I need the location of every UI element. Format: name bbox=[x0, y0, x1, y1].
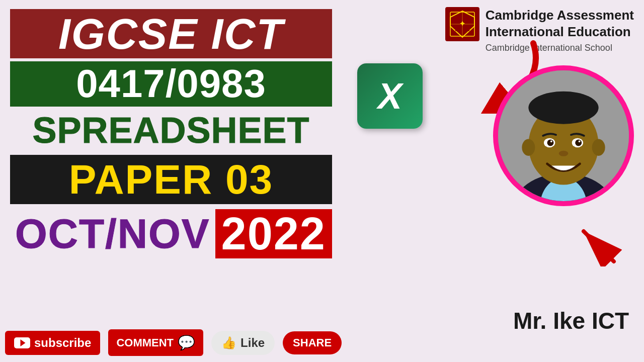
bottom-buttons: subscribe COMMENT 💬 👍 Like SHARE bbox=[5, 329, 342, 356]
comment-label: COMMENT bbox=[116, 336, 174, 349]
title-paper: PAPER 03 bbox=[10, 155, 332, 204]
svg-point-15 bbox=[592, 139, 605, 156]
excel-icon: X bbox=[357, 63, 423, 129]
title-igcse: IGCSE ICT bbox=[10, 9, 332, 58]
svg-point-18 bbox=[547, 139, 554, 146]
left-panel: IGCSE ICT 0417/0983 SPREADSHEET PAPER 03… bbox=[0, 0, 342, 362]
svg-point-22 bbox=[559, 151, 569, 156]
main-container: IGCSE ICT 0417/0983 SPREADSHEET PAPER 03… bbox=[0, 0, 644, 362]
right-panel: ✦ Cambridge Assessment International Edu… bbox=[332, 0, 644, 362]
title-spreadsheet: SPREADSHEET bbox=[10, 110, 332, 152]
profile-ring bbox=[493, 65, 634, 206]
comment-button[interactable]: COMMENT 💬 bbox=[108, 329, 203, 356]
subscribe-button[interactable]: subscribe bbox=[5, 331, 100, 355]
subscribe-label: subscribe bbox=[34, 336, 91, 350]
title-code: 0417/0983 bbox=[10, 61, 332, 107]
title-year: 2022 bbox=[215, 209, 332, 259]
like-label: Like bbox=[240, 336, 265, 350]
profile-avatar bbox=[498, 65, 629, 206]
svg-point-20 bbox=[550, 140, 552, 142]
like-button[interactable]: 👍 Like bbox=[211, 331, 275, 355]
year-arrow-icon bbox=[574, 226, 624, 266]
presenter-name: Mr. Ike ICT bbox=[513, 307, 629, 334]
svg-point-19 bbox=[575, 139, 582, 146]
svg-point-14 bbox=[522, 139, 535, 156]
comment-icon: 💬 bbox=[178, 334, 195, 351]
svg-point-13 bbox=[528, 92, 598, 124]
title-date-row: OCT/NOV 2022 bbox=[10, 207, 332, 261]
youtube-icon bbox=[14, 337, 30, 348]
share-label: SHARE bbox=[293, 336, 332, 349]
thumbs-up-icon: 👍 bbox=[221, 336, 236, 350]
excel-x-letter: X bbox=[378, 75, 402, 117]
title-octnov: OCT/NOV bbox=[15, 212, 210, 255]
svg-point-21 bbox=[579, 140, 581, 142]
profile-section bbox=[493, 65, 634, 206]
